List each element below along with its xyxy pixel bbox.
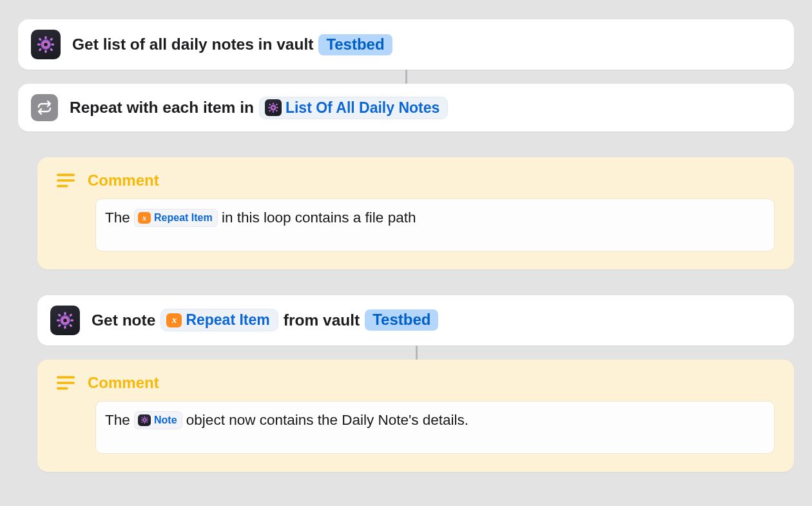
variable-token[interactable]: x Repeat Item (134, 209, 218, 227)
svg-rect-11 (57, 179, 75, 182)
variable-token[interactable]: Note (134, 411, 182, 429)
comment-text-field[interactable]: The Note object now contains the Daily N… (95, 401, 775, 454)
comment-icon (57, 375, 75, 391)
flow-connector (405, 70, 407, 84)
comment-icon (57, 173, 75, 188)
comment-text: The (105, 209, 134, 226)
variable-label: Repeat Item (186, 311, 269, 329)
variable-token[interactable]: x Repeat Item (160, 309, 278, 331)
svg-rect-15 (57, 387, 68, 390)
action-title: Get note x Repeat Item from vault Testbe… (92, 309, 438, 331)
app-gear-icon (138, 414, 151, 426)
vault-token[interactable]: Testbed (365, 309, 438, 331)
action-repeat[interactable]: Repeat with each item in List Of All Dai… (18, 84, 794, 131)
comment-block[interactable]: Comment The x Repeat Item in this loop c… (37, 157, 794, 269)
variable-token[interactable]: List Of All Daily Notes (259, 97, 448, 119)
vault-token[interactable]: Testbed (318, 34, 392, 55)
comment-block[interactable]: Comment The Note object now contains the… (37, 360, 794, 472)
comment-title: Comment (88, 374, 159, 392)
action-text: Get note (92, 311, 155, 329)
repeat-icon (31, 94, 58, 121)
action-title: Get list of all daily notes in vault Tes… (72, 34, 392, 55)
comment-text-field[interactable]: The x Repeat Item in this loop contains … (95, 199, 775, 251)
svg-rect-12 (57, 185, 68, 188)
variable-label: Repeat Item (154, 210, 213, 226)
app-gear-icon (50, 306, 80, 335)
action-text: Get list of all daily notes in vault (72, 35, 313, 54)
action-get-daily-notes[interactable]: Get list of all daily notes in vault Tes… (18, 19, 794, 70)
variable-x-icon: x (166, 313, 182, 327)
svg-rect-10 (57, 174, 75, 177)
comment-text: in this loop contains a file path (218, 209, 416, 226)
svg-rect-14 (57, 382, 75, 384)
action-text: Repeat with each item in (70, 99, 254, 117)
app-gear-icon (265, 99, 282, 116)
app-gear-icon (31, 30, 61, 59)
comment-title: Comment (88, 171, 159, 190)
variable-label: List Of All Daily Notes (285, 99, 440, 117)
action-title: Repeat with each item in List Of All Dai… (70, 97, 448, 119)
comment-text: The (105, 412, 134, 428)
action-get-note[interactable]: Get note x Repeat Item from vault Testbe… (37, 295, 794, 345)
svg-rect-13 (57, 376, 75, 378)
comment-text: object now contains the Daily Note's det… (182, 412, 469, 428)
action-text: from vault (284, 311, 360, 329)
variable-label: Note (154, 413, 177, 428)
variable-x-icon: x (138, 212, 151, 224)
flow-connector (416, 345, 418, 360)
